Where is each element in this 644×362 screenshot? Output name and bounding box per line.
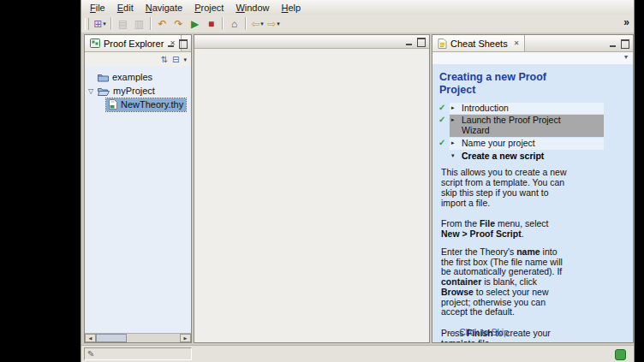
stop-proof-button[interactable]: ■ [203, 16, 219, 32]
explorer-tree: examples▽myProjectNewTheory.thy [85, 67, 191, 334]
run-proof-icon: ▶ [191, 19, 199, 29]
scroll-left-icon[interactable]: ◀ [85, 334, 96, 342]
tab-cheat-sheets[interactable]: Cheat Sheets ✕ [432, 35, 525, 51]
new-wizard-icon: ⊞ [93, 19, 102, 29]
cheatsheet-paragraph: Enter the Theory's name into the first b… [441, 247, 567, 317]
minimize-button[interactable] [609, 41, 617, 48]
tree-item-newtheory-thy[interactable]: NewTheory.thy [85, 98, 191, 111]
toolbar-overflow-chevron[interactable]: » [623, 16, 629, 28]
home-button[interactable]: ⌂ [226, 16, 242, 32]
cheatsheet-paragraphs: This allows you to create a new script f… [438, 168, 628, 342]
click-to-skip-link[interactable]: ↪ Click to Skip [448, 328, 509, 338]
folder-open-icon [98, 86, 110, 96]
cheat-step-create-a-new-script[interactable]: ▾Create a new script [438, 151, 604, 163]
proof-explorer-toolbar: ⇅ ⊟ ▾ [85, 52, 191, 68]
tree-item-examples[interactable]: examples [85, 70, 191, 84]
scrollbar-track[interactable] [127, 334, 180, 342]
home-icon: ⌂ [231, 19, 237, 29]
undo-proof-step-icon: ↶ [158, 19, 166, 29]
maximize-button[interactable] [417, 38, 426, 47]
stop-proof-icon: ■ [208, 19, 214, 29]
check-icon: ✓ [438, 115, 450, 125]
toolbar-separator [222, 17, 224, 30]
cheat-step-introduction[interactable]: ✓▸Introduction [438, 103, 604, 115]
maximize-button[interactable] [621, 39, 629, 49]
step-body: ▸Launch the Proof Project Wizard [450, 115, 604, 137]
minimize-button[interactable] [167, 41, 175, 48]
step-collapsed-icon[interactable]: ▸ [451, 116, 459, 123]
cheat-step-name-your-project[interactable]: ✓▸Name your project [438, 138, 604, 150]
tree-item-label: examples [112, 72, 152, 82]
tab-cheat-sheets-label: Cheat Sheets [450, 39, 508, 49]
toolbar-separator [245, 17, 247, 30]
back-dropdown-icon[interactable]: ▾ [260, 21, 264, 27]
menu-file[interactable]: File [84, 2, 111, 14]
tree-item-selection: examples [95, 71, 155, 84]
scrollbar-thumb[interactable] [96, 334, 127, 342]
cheat-sheets-header: Cheat Sheets ✕ [432, 35, 633, 52]
back-icon: ⇦ [251, 19, 259, 29]
undo-proof-step-button[interactable]: ↶ [154, 16, 170, 32]
chevron-down-icon[interactable]: ▾ [624, 53, 628, 61]
proof-explorer-window-controls [167, 39, 188, 49]
save-button[interactable]: ▤ [115, 16, 131, 32]
cheat-sheet-steps: ✓▸Introduction✓▸Launch the Proof Project… [438, 103, 604, 163]
scroll-right-icon[interactable]: ▶ [180, 334, 191, 342]
theory-file-icon [109, 99, 117, 110]
redo-proof-step-icon: ↷ [174, 19, 182, 29]
cheat-sheet-content: Creating a new Proof Project ✓▸Introduct… [432, 64, 633, 342]
proof-explorer-icon [90, 39, 100, 48]
editor-window-controls [405, 38, 426, 47]
cheatsheet-paragraph: From the File menu, select New > Proof S… [441, 219, 567, 240]
main-toolbar: ⊞▾▤▥↶↷▶■⌂⇦▾⇨▾ » [81, 15, 634, 33]
toolbar-items: ⊞▾▤▥↶↷▶■⌂⇦▾⇨▾ [92, 16, 282, 32]
cheat-sheet-title: Creating a new Proof Project [439, 71, 569, 97]
close-icon[interactable]: ✕ [514, 39, 520, 47]
menu-help[interactable]: Help [276, 2, 307, 14]
cheat-step-launch-the-proof-project-wizard[interactable]: ✓▸Launch the Proof Project Wizard [438, 115, 604, 137]
editor-content[interactable] [194, 49, 429, 342]
check-icon: ✓ [438, 138, 450, 148]
menu-bar: FileEditNavigateProjectWindowHelp [81, 0, 634, 15]
run-proof-button[interactable]: ▶ [187, 16, 203, 32]
toolbar-separator [110, 17, 112, 30]
tree-item-myproject[interactable]: ▽myProject [85, 84, 191, 98]
tree-item-selection: NewTheory.thy [106, 98, 186, 111]
step-label: Launch the Proof Project Wizard [462, 116, 577, 136]
step-collapsed-icon[interactable]: ▸ [451, 104, 459, 111]
back-button[interactable]: ⇦▾ [249, 16, 265, 32]
step-label: Name your project [462, 139, 535, 149]
new-wizard-dropdown-icon[interactable]: ▾ [103, 21, 106, 27]
print-button[interactable]: ▥ [131, 16, 147, 32]
status-indicator-icon [615, 349, 626, 360]
toolbar-grip[interactable] [85, 18, 89, 30]
cheat-sheets-icon [438, 39, 447, 49]
menu-window[interactable]: Window [230, 2, 275, 14]
step-collapsed-icon[interactable]: ▸ [451, 139, 459, 146]
link-with-editor-icon[interactable]: ⇅ [161, 55, 168, 64]
expander-icon[interactable]: ▽ [86, 87, 95, 95]
tree-item-label: NewTheory.thy [121, 99, 183, 110]
cheatsheet-paragraph: This allows you to create a new script f… [441, 168, 567, 208]
forward-dropdown-icon[interactable]: ▾ [277, 21, 280, 27]
folder-closed-icon [98, 73, 109, 82]
step-expanded-icon[interactable]: ▾ [451, 151, 459, 159]
maximize-button[interactable] [179, 39, 188, 49]
forward-button[interactable]: ⇨▾ [265, 16, 282, 32]
eclipse-window: FileEditNavigateProjectWindowHelp ⊞▾▤▥↶↷… [80, 0, 635, 362]
minimize-button[interactable] [405, 39, 413, 46]
view-menu-icon[interactable]: ▾ [183, 56, 187, 63]
collapse-all-icon[interactable]: ⊟ [172, 55, 179, 64]
proof-explorer-view: Proof Explorer ✕ ⇅ ⊟ ▾ examples▽myProjec… [84, 34, 192, 343]
menu-navigate[interactable]: Navigate [140, 2, 188, 14]
step-body: ▾Create a new script [450, 151, 604, 163]
skip-arrow-icon: ↪ [448, 328, 456, 338]
status-bar: ✎ [81, 345, 634, 362]
redo-proof-step-button[interactable]: ↷ [170, 16, 187, 32]
menu-edit[interactable]: Edit [111, 2, 140, 14]
print-icon: ▥ [134, 19, 144, 29]
menu-project[interactable]: Project [188, 2, 230, 14]
tree-item-label: myProject [113, 86, 155, 96]
cheat-sheets-view: Cheat Sheets ✕ ▾ Creating a new Proof Pr… [432, 34, 634, 343]
new-wizard-button[interactable]: ⊞▾ [92, 16, 108, 32]
